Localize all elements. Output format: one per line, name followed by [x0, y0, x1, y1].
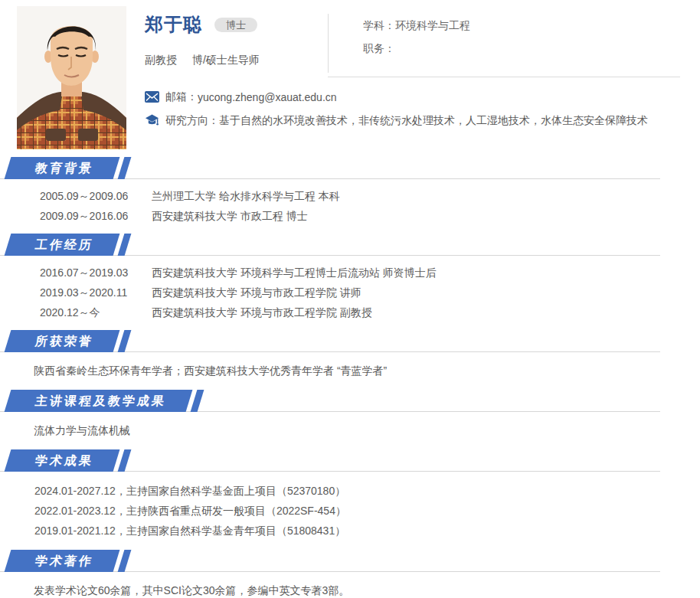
duty-label: 职务： [363, 42, 395, 54]
research-value: 基于自然的水环境改善技术，非传统污水处理技术，人工湿地技术，水体生态安全保障技术 [219, 114, 648, 128]
header-divider-line [328, 77, 680, 77]
row-date: 2020.12～今 [40, 302, 152, 322]
duty-row: 职务： [363, 37, 680, 60]
identity-block: 郑于聪 博士 副教授 博/硕士生导师 [145, 6, 327, 67]
section-title: 所获荣誉 [34, 330, 95, 352]
education-row: 2005.09～2009.06 兰州理工大学 给水排水科学与工程 本科 [40, 186, 700, 206]
row-text: 西安建筑科技大学 环境与市政工程学院 副教授 [152, 302, 372, 322]
row-text: 西安建筑科技大学 市政工程 博士 [152, 206, 308, 226]
works-text: 发表学术论文60余篇，其中SCI论文30余篇，参编中英文专著3部。 [0, 572, 700, 598]
subject-label: 学科： [363, 19, 395, 31]
contact-block: 邮箱： yucong.zheng@xauat.edu.cn 研究方向： 基于自然… [145, 90, 680, 128]
education-row: 2009.09～2016.06 西安建筑科技大学 市政工程 博士 [40, 206, 700, 226]
section-head-works: 学术著作 [0, 550, 700, 572]
envelope-icon [145, 90, 159, 104]
row-text: 西安建筑科技大学 环境与市政工程学院 讲师 [152, 283, 361, 302]
degree-badge: 博士 [214, 18, 257, 32]
section-ribbon-honors: 所获荣誉 [5, 330, 120, 352]
title-line: 副教授 博/硕士生导师 [145, 54, 327, 67]
graduation-cap-icon [145, 113, 159, 128]
row-text: 兰州理工大学 给水排水科学与工程 本科 [152, 186, 340, 206]
work-row: 2016.07～2019.03 西安建筑科技大学 环境科学与工程博士后流动站 师… [40, 263, 700, 283]
meta-block: 学科：环境科学与工程 职务： [328, 14, 680, 73]
section-title: 学术成果 [34, 449, 95, 472]
courses-text: 流体力学与流体机械 [0, 412, 700, 449]
header-right: 郑于聪 博士 副教授 博/硕士生导师 学科：环境科学与工程 职务： [145, 6, 680, 149]
row-date: 2009.09～2016.06 [40, 206, 152, 226]
section-title: 主讲课程及教学成果 [34, 390, 168, 412]
work-rows: 2016.07～2019.03 西安建筑科技大学 环境科学与工程博士后流动站 师… [0, 256, 700, 330]
section-ribbon-achievements: 学术成果 [5, 449, 120, 472]
section-title: 工作经历 [34, 234, 95, 256]
row-date: 2016.07～2019.03 [40, 263, 152, 283]
email-label: 邮箱： [165, 90, 198, 104]
achievement-row: 2019.01-2021.12，主持国家自然科学基金青年项目（51808431） [34, 521, 680, 541]
email-value: yucong.zheng@xauat.edu.cn [198, 91, 337, 103]
section-ribbon-education: 教育背景 [5, 157, 120, 179]
honors-text: 陕西省秦岭生态环保青年学者；西安建筑科技大学优秀青年学者 “青蓝学者” [0, 352, 700, 390]
section-title: 教育背景 [34, 157, 95, 179]
profile-photo [17, 6, 126, 149]
achievements-rows: 2024.01-2027.12，主持国家自然科学基金面上项目（52370180）… [0, 472, 700, 550]
section-ribbon-works: 学术著作 [5, 550, 120, 572]
section-title: 学术著作 [34, 550, 95, 572]
research-row: 研究方向： 基于自然的水环境改善技术，非传统污水处理技术，人工湿地技术，水体生态… [145, 113, 680, 128]
profile-sections: 教育背景 2005.09～2009.06 兰州理工大学 给水排水科学与工程 本科… [0, 157, 700, 598]
achievement-row: 2024.01-2027.12，主持国家自然科学基金面上项目（52370180） [34, 481, 680, 501]
achievement-row: 2022.01-2023.12，主持陕西省重点研发一般项目（2022SF-454… [34, 501, 680, 521]
section-head-work: 工作经历 [0, 234, 700, 256]
title-supervisor: 博/硕士生导师 [192, 54, 260, 66]
row-text: 西安建筑科技大学 环境科学与工程博士后流动站 师资博士后 [152, 263, 437, 283]
work-row: 2020.12～今 西安建筑科技大学 环境与市政工程学院 副教授 [40, 302, 700, 322]
section-head-honors: 所获荣誉 [0, 330, 700, 352]
research-label: 研究方向： [165, 114, 219, 128]
row-date: 2005.09～2009.06 [40, 186, 152, 206]
portrait-illustration [17, 6, 126, 149]
section-head-courses: 主讲课程及教学成果 [0, 390, 700, 412]
section-ribbon-work: 工作经历 [5, 234, 120, 256]
subject-value: 环境科学与工程 [395, 19, 470, 31]
email-row: 邮箱： yucong.zheng@xauat.edu.cn [145, 90, 680, 104]
subject-row: 学科：环境科学与工程 [363, 14, 680, 37]
section-ribbon-courses: 主讲课程及教学成果 [5, 390, 193, 412]
section-head-achievements: 学术成果 [0, 449, 700, 472]
profile-name: 郑于聪 [145, 12, 202, 37]
section-head-education: 教育背景 [0, 157, 700, 179]
work-row: 2019.03～2020.11 西安建筑科技大学 环境与市政工程学院 讲师 [40, 283, 700, 302]
title-position: 副教授 [145, 54, 177, 66]
header-top-row: 郑于聪 博士 副教授 博/硕士生导师 学科：环境科学与工程 职务： [145, 6, 680, 77]
row-date: 2019.03～2020.11 [40, 283, 152, 302]
education-rows: 2005.09～2009.06 兰州理工大学 给水排水科学与工程 本科 2009… [0, 179, 700, 234]
faculty-profile-page: 郑于聪 博士 副教授 博/硕士生导师 学科：环境科学与工程 职务： [0, 0, 700, 598]
profile-header: 郑于聪 博士 副教授 博/硕士生导师 学科：环境科学与工程 职务： [0, 0, 700, 149]
